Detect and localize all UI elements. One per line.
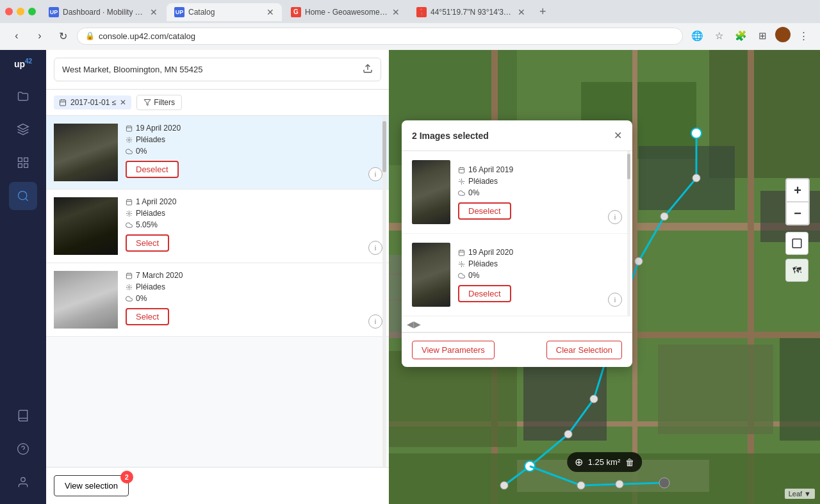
- scrollbar-track: [382, 116, 386, 467]
- clear-selection-button[interactable]: Clear Selection: [546, 341, 622, 359]
- modal-item-source-text-1: Pléiades: [468, 177, 498, 186]
- modal-body: 16 April 2019 Pléiades 0% Deselect i: [402, 151, 632, 316]
- new-tab-button[interactable]: +: [534, 3, 552, 21]
- logo-superscript: 42: [25, 58, 32, 65]
- tab-close-2[interactable]: ✕: [266, 7, 274, 17]
- modal-info-button-2[interactable]: i: [608, 293, 622, 307]
- delete-area-button[interactable]: 🗑: [625, 457, 634, 467]
- svg-rect-46: [658, 345, 773, 434]
- info-button-2[interactable]: i: [368, 241, 382, 255]
- translate-button[interactable]: 🌐: [688, 27, 706, 45]
- svg-rect-13: [126, 126, 131, 131]
- result-item-3[interactable]: 7 March 2020 Pléiades 0% Select i: [46, 263, 389, 337]
- logo-text: up: [14, 59, 25, 69]
- view-selection-bar: View selection 2: [46, 467, 389, 504]
- result-date-1: 19 April 2020: [126, 124, 381, 133]
- browser-tab-geoawesomeness[interactable]: G Home - Geoawesomeness ✕: [283, 3, 407, 21]
- filters-button[interactable]: Filters: [136, 95, 182, 110]
- tab-title-4: 44°51'19.7"N 93°14'36.9"W –: [430, 8, 514, 17]
- modal-item-source-2: Pléiades: [458, 259, 600, 268]
- date-filter-remove-button[interactable]: ✕: [120, 98, 126, 107]
- svg-rect-0: [19, 158, 22, 161]
- address-bar[interactable]: 🔒 console.up42.com/catalog: [77, 28, 683, 45]
- svg-rect-42: [639, 146, 735, 210]
- result-source-text-2: Pléiades: [136, 209, 165, 218]
- zoom-out-button[interactable]: −: [786, 202, 809, 225]
- tab-close-3[interactable]: ✕: [392, 7, 400, 17]
- sidebar-item-user[interactable]: [9, 468, 37, 496]
- modal-deselect-button-2[interactable]: Deselect: [458, 285, 511, 302]
- profile-avatar[interactable]: [775, 27, 791, 42]
- select-button-3[interactable]: Select: [126, 308, 169, 325]
- tab-favicon-1: UP: [49, 7, 59, 17]
- info-button-3[interactable]: i: [368, 314, 382, 329]
- select-button-2[interactable]: Select: [126, 234, 169, 252]
- grid-button[interactable]: ⊞: [753, 27, 771, 45]
- modal-info-button-1[interactable]: i: [608, 210, 622, 224]
- selection-badge: 2: [120, 471, 133, 484]
- sidebar: up42: [0, 50, 46, 504]
- svg-rect-1: [24, 158, 28, 161]
- svg-rect-3: [24, 163, 28, 167]
- lock-icon: 🔒: [85, 31, 95, 40]
- scrollbar-thumb[interactable]: [382, 121, 386, 172]
- browser-tab-dashboard[interactable]: UP Dashboard · Mobility Patterns... ✕: [41, 3, 165, 21]
- result-thumbnail-2: [54, 197, 118, 255]
- deselect-button-1[interactable]: Deselect: [126, 161, 179, 178]
- browser-tab-catalog[interactable]: UP Catalog ✕: [167, 3, 282, 21]
- map-attribution[interactable]: Leaf ▼: [785, 489, 815, 499]
- close-window-button[interactable]: [5, 8, 13, 15]
- modal-close-button[interactable]: ✕: [614, 129, 622, 142]
- location-search-input[interactable]: [62, 65, 357, 74]
- menu-button[interactable]: ⋮: [794, 27, 812, 45]
- filter-bar: 2017-01-01 ≤ ✕ Filters: [46, 90, 389, 116]
- browser-tabs: UP Dashboard · Mobility Patterns... ✕ UP…: [41, 3, 815, 21]
- sidebar-item-folder[interactable]: [9, 82, 37, 110]
- sidebar-item-grid[interactable]: [9, 149, 37, 177]
- svg-point-6: [21, 478, 26, 482]
- result-item-2[interactable]: 1 April 2020 Pléiades 5.05% Select i: [46, 190, 389, 263]
- sidebar-item-search[interactable]: [9, 182, 37, 210]
- modal-footer: View Parameters Clear Selection: [402, 332, 632, 367]
- scroll-left-button[interactable]: ◀: [407, 319, 414, 329]
- result-item-1[interactable]: 19 April 2020 Pléiades 0% Deselect i: [46, 116, 389, 190]
- modal-item-cloud-text-2: 0%: [468, 271, 479, 280]
- scroll-right-button[interactable]: ▶: [414, 319, 421, 329]
- map-controls: + − 🗺: [785, 178, 810, 282]
- map-area[interactable]: 2 Images selected ✕ 16 April 2019: [389, 50, 820, 504]
- view-parameters-button[interactable]: View Parameters: [412, 341, 495, 359]
- bookmark-button[interactable]: ☆: [710, 27, 728, 45]
- result-cloud-1: 0%: [126, 147, 381, 156]
- tab-favicon-2: UP: [174, 7, 184, 17]
- modal-item-date-text-1: 16 April 2019: [468, 165, 513, 174]
- view-selection-button[interactable]: View selection 2: [54, 475, 129, 496]
- extensions-button[interactable]: 🧩: [732, 27, 750, 45]
- back-button[interactable]: ‹: [8, 27, 26, 45]
- sidebar-item-book[interactable]: [9, 402, 37, 430]
- modal-item-info-1: 16 April 2019 Pléiades 0% Deselect: [458, 160, 600, 224]
- draw-rect-button[interactable]: [785, 232, 808, 255]
- sidebar-item-help[interactable]: [9, 435, 37, 463]
- browser-tab-maps[interactable]: 📍 44°51'19.7"N 93°14'36.9"W – ✕: [409, 3, 533, 21]
- maximize-window-button[interactable]: [28, 8, 36, 15]
- svg-point-76: [461, 263, 463, 265]
- modal-scrollbar-thumb[interactable]: [627, 154, 630, 179]
- reload-button[interactable]: ↻: [54, 27, 72, 45]
- modal-scroll-nav: ◀ ▶: [402, 316, 632, 332]
- modal-item-cloud-2: 0%: [458, 271, 600, 280]
- minimize-window-button[interactable]: [17, 8, 24, 15]
- layers-button[interactable]: 🗺: [785, 259, 808, 282]
- tab-close-1[interactable]: ✕: [150, 7, 158, 17]
- upload-button[interactable]: [363, 63, 373, 76]
- modal-deselect-button-1[interactable]: Deselect: [458, 202, 511, 220]
- forward-button[interactable]: ›: [31, 27, 49, 45]
- modal-title: 2 Images selected: [412, 131, 489, 141]
- result-cloud-text-2: 5.05%: [136, 220, 158, 229]
- sidebar-item-cube[interactable]: [9, 115, 37, 143]
- info-button-1[interactable]: i: [368, 167, 382, 181]
- result-thumbnail-1: [54, 124, 118, 181]
- results-list: 19 April 2020 Pléiades 0% Deselect i: [46, 116, 389, 467]
- result-cloud-text-3: 0%: [136, 294, 147, 303]
- tab-close-4[interactable]: ✕: [518, 7, 525, 17]
- zoom-in-button[interactable]: +: [786, 179, 809, 202]
